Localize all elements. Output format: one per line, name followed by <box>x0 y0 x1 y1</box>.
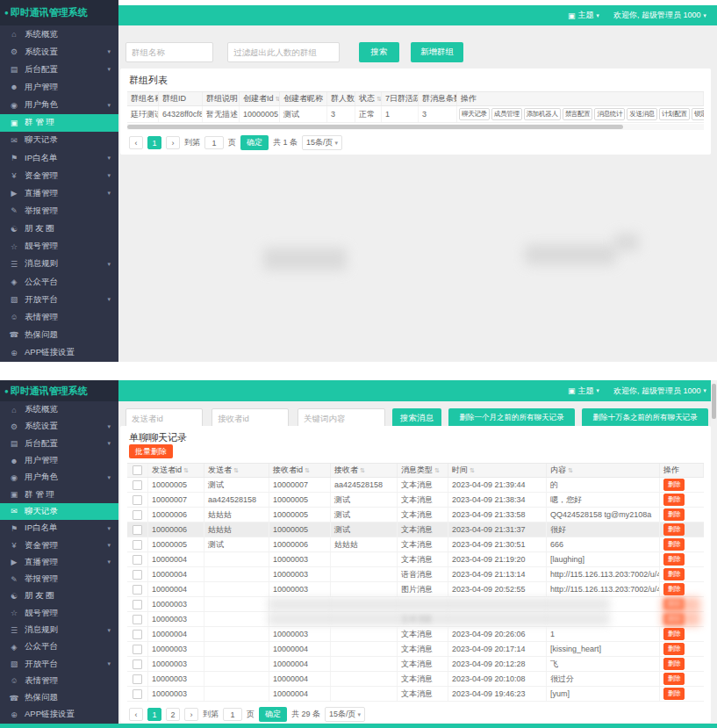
sidebar-item-moments[interactable]: ☯朋 友 圈 <box>0 587 118 604</box>
sidebar-item-moments[interactable]: ☯朋 友 圈 <box>0 220 118 238</box>
delete-button[interactable]: 删除 <box>663 658 685 670</box>
sidebar-item-user-management[interactable]: ☻用户管理 <box>0 78 118 96</box>
page-number-button[interactable]: 1 <box>147 708 161 721</box>
column-header[interactable]: 群人数⇅ <box>327 92 355 105</box>
row-checkbox[interactable] <box>133 674 142 684</box>
batch-delete-button[interactable]: 批量删除 <box>129 444 173 458</box>
column-header[interactable]: 操作 <box>457 92 704 105</box>
delete-button[interactable]: 删除 <box>663 688 685 700</box>
column-header[interactable]: 状态⇅ <box>355 92 382 105</box>
receiver-id-input[interactable] <box>212 408 289 428</box>
row-checkbox[interactable] <box>133 555 142 565</box>
sidebar-item-open-platform[interactable]: ▧开放平台▾ <box>0 655 118 672</box>
row-action-button[interactable]: 锁定 <box>692 108 704 120</box>
sidebar-item-message-rules[interactable]: ☰消息规则▾ <box>0 622 118 638</box>
sort-icon[interactable]: ⇅ <box>434 467 440 474</box>
sidebar-item-system-overview[interactable]: ⌂系统概览 <box>0 25 118 43</box>
sidebar-item-report-management[interactable]: ✎举报管理 <box>0 202 118 220</box>
column-header[interactable]: 群组说明 <box>203 92 240 105</box>
row-checkbox[interactable] <box>133 540 142 550</box>
table-row[interactable]: 1000000410000003文本消息2023-04-09 20:26:061… <box>127 627 704 642</box>
table-row[interactable]: 廷玗测试群64328ff0cf8...暂无描述10000005测试3正常13聊天… <box>127 106 704 123</box>
group-member-filter-input[interactable] <box>227 42 340 62</box>
row-action-button[interactable]: 添加机器人 <box>524 108 561 120</box>
vertical-scrollbar[interactable] <box>711 380 717 724</box>
table-row[interactable]: 10000006姑姑姑10000005测试文本消息2023-04-09 21:3… <box>127 508 704 523</box>
column-header[interactable]: 发送者id⇅ <box>148 464 204 477</box>
sort-icon[interactable]: ⇅ <box>568 467 573 474</box>
sidebar-item-system-overview[interactable]: ⌂系统概览 <box>0 401 118 418</box>
prev-page-button[interactable]: ‹ <box>129 708 143 721</box>
table-row[interactable]: 10000007aa42452815810000005测试文本消息2023-04… <box>127 493 704 508</box>
sidebar-item-support-issues[interactable]: ☎热保问题 <box>0 326 118 343</box>
sidebar-item-system-settings[interactable]: ⚙系统设置▾ <box>0 418 118 435</box>
sidebar-item-emoji-management[interactable]: ☺表情管理 <box>0 673 118 689</box>
row-checkbox[interactable] <box>133 645 142 654</box>
sort-icon[interactable]: ⇅ <box>305 467 310 474</box>
row-checkbox[interactable] <box>133 570 142 580</box>
page-size-select[interactable]: 15条/页 ▾ <box>302 135 342 150</box>
table-row[interactable]: 10000005测试10000007aa424528158文本消息2023-04… <box>127 478 704 493</box>
sort-icon[interactable]: ⇅ <box>376 96 382 103</box>
table-row[interactable]: 10000003删除 <box>127 597 704 612</box>
delete-button[interactable]: 删除 <box>663 643 685 655</box>
sidebar-item-ip-whitelist[interactable]: ⚑IP白名单▾ <box>0 520 118 537</box>
sidebar-item-chat-records[interactable]: ✉聊天记录 <box>0 503 118 520</box>
theme-menu[interactable]: ▣ 主题 ▾ <box>568 10 599 21</box>
sidebar-item-emoji-management[interactable]: ☺表情管理 <box>0 308 118 326</box>
sidebar-item-user-management[interactable]: ☻用户管理 <box>0 452 118 469</box>
table-row[interactable]: 10000003文本消息删除 <box>127 612 704 627</box>
table-row[interactable]: 1000000410000003图片消息2023-04-09 20:52:55h… <box>127 582 704 597</box>
sidebar-item-funds-management[interactable]: ¥资金管理▾ <box>0 537 118 553</box>
confirm-page-button[interactable]: 确定 <box>240 135 269 150</box>
sidebar-item-group-management[interactable]: ▣群 管 理 <box>0 114 118 132</box>
sidebar-item-funds-management[interactable]: ¥资金管理▾ <box>0 167 118 184</box>
column-header[interactable]: 消息类型⇅ <box>398 464 448 477</box>
column-header[interactable]: 群组名称 <box>127 92 159 105</box>
search-messages-button[interactable]: 搜索消息 <box>392 408 441 428</box>
page-jump-input[interactable] <box>223 708 242 721</box>
page-number-button[interactable]: 2 <box>166 708 180 721</box>
delete-button[interactable]: 删除 <box>663 673 685 685</box>
select-all-checkbox[interactable] <box>133 465 142 475</box>
delete-button[interactable]: 删除 <box>663 494 685 506</box>
table-row[interactable]: 1000000310000004文本消息2023-04-09 20:10:08很… <box>127 672 704 687</box>
table-row[interactable]: 1000000310000004文本消息2023-04-09 19:46:23[… <box>127 687 704 702</box>
column-header[interactable]: 7日群活跃.. <box>382 92 419 105</box>
row-checkbox[interactable] <box>133 480 142 490</box>
group-name-input[interactable] <box>125 42 213 62</box>
sidebar-item-app-link-settings[interactable]: ⊕APP链接设置 <box>0 706 118 723</box>
sidebar-item-report-management[interactable]: ✎举报管理 <box>0 571 118 587</box>
sidebar-item-user-roles[interactable]: ◉用户角色▾ <box>0 469 118 486</box>
sidebar-item-ip-whitelist[interactable]: ⚑IP白名单▾ <box>0 149 118 167</box>
search-button[interactable]: 搜索 <box>359 42 399 62</box>
row-checkbox[interactable] <box>133 495 142 505</box>
sort-icon[interactable]: ⇅ <box>360 467 365 474</box>
table-row[interactable]: 1000000410000003语音消息2023-04-09 21:13:14h… <box>127 567 704 582</box>
horizontal-scrollbar[interactable] <box>127 124 704 130</box>
sidebar-item-app-link-settings[interactable]: ⊕APP链接设置 <box>0 344 118 362</box>
row-checkbox[interactable] <box>133 525 142 535</box>
delete-button[interactable]: 删除 <box>663 508 685 521</box>
sort-icon[interactable]: ⇅ <box>183 467 189 474</box>
row-checkbox[interactable] <box>133 585 142 595</box>
sidebar-item-message-rules[interactable]: ☰消息规则▾ <box>0 256 118 273</box>
sidebar-item-group-management[interactable]: ▣群 管 理 <box>0 486 118 502</box>
row-checkbox[interactable] <box>133 630 142 639</box>
sidebar-item-backend-config[interactable]: ▤后台配置▾ <box>0 61 118 78</box>
row-action-button[interactable]: 禁言配置 <box>563 108 593 120</box>
delete-100k-old-button[interactable]: 删除十万条之前的所有聊天记录 <box>582 408 708 428</box>
page-jump-input[interactable] <box>204 136 224 149</box>
delete-button[interactable]: 删除 <box>663 523 685 536</box>
row-action-button[interactable]: 成员管理 <box>491 108 522 120</box>
sidebar-item-chat-records[interactable]: ✉聊天记录 <box>0 132 118 149</box>
keyword-input[interactable] <box>298 408 385 428</box>
sidebar-item-open-platform[interactable]: ▧开放平台▾ <box>0 291 118 308</box>
row-action-button[interactable]: 发送消息 <box>627 108 657 120</box>
delete-button[interactable]: 删除 <box>663 628 685 640</box>
sender-id-input[interactable] <box>125 408 203 428</box>
confirm-page-button[interactable]: 确定 <box>259 707 287 722</box>
sort-icon[interactable]: ⇅ <box>233 467 239 474</box>
page-size-select[interactable]: 15条/页 ▾ <box>325 707 365 722</box>
sidebar-item-backend-config[interactable]: ▤后台配置▾ <box>0 436 118 452</box>
